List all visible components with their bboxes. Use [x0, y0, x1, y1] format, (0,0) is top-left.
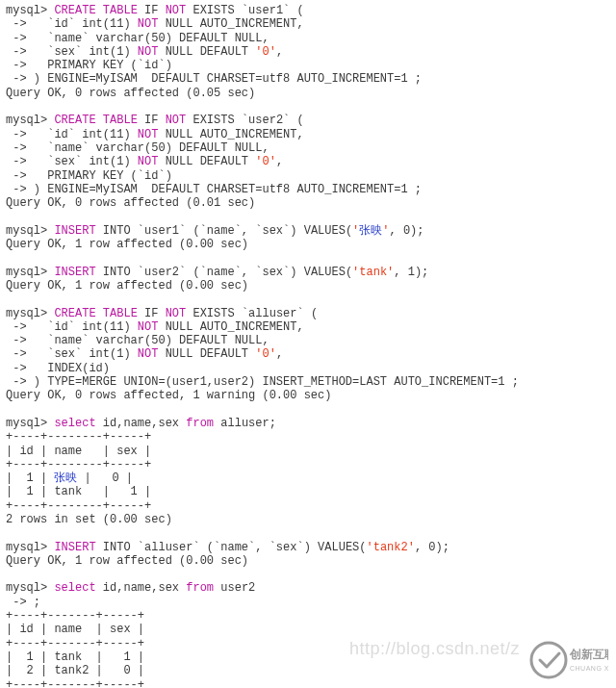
terminal-line: mysql> CREATE TABLE IF NOT EXISTS `user2… — [6, 114, 304, 127]
code-text: | 1 | — [6, 471, 54, 485]
code-text: IF — [138, 114, 166, 127]
code-text: , — [276, 155, 283, 168]
code-text: INTO `user1` (`name`, `sex`) VALUES( — [96, 224, 352, 238]
terminal-line: Query OK, 0 rows affected, 1 warning (0.… — [6, 389, 331, 402]
code-text: EXISTS `alluser` ( — [186, 307, 318, 320]
terminal-line: | id | name | sex | — [6, 445, 151, 458]
terminal-line: mysql> select id,name,sex from user2 — [6, 581, 255, 595]
terminal-line: Query OK, 1 row affected (0.00 sec) — [6, 554, 248, 568]
code-keyword-token: select — [54, 417, 95, 430]
code-text: -> `id` int(11) — [6, 17, 138, 31]
code-text: -> ) ENGINE=MyISAM DEFAULT CHARSET=utf8 … — [6, 72, 422, 86]
code-text: +----+--------+-----+ — [6, 499, 151, 513]
code-text: -> INDEX(id) — [6, 362, 110, 375]
code-keyword-token: NOT — [138, 17, 159, 31]
code-text: -> `sex` int(1) — [6, 45, 138, 59]
code-text: -> `name` varchar(50) DEFAULT NULL, — [6, 334, 270, 347]
code-text: IF — [138, 4, 166, 17]
code-text: alluser; — [214, 417, 276, 430]
code-text: +----+-------+-----+ — [6, 678, 144, 688]
terminal-line: -> `sex` int(1) NOT NULL DEFAULT '0', — [6, 155, 283, 168]
terminal-line: +----+-------+-----+ — [6, 678, 144, 688]
terminal-line: -> `id` int(11) NOT NULL AUTO_INCREMENT, — [6, 17, 304, 31]
terminal-line: +----+--------+-----+ — [6, 458, 151, 471]
code-text: Query OK, 0 rows affected, 1 warning (0.… — [6, 389, 331, 402]
terminal-line: mysql> INSERT INTO `alluser` (`name`, `s… — [6, 541, 449, 554]
code-text: Query OK, 1 row affected (0.00 sec) — [6, 279, 248, 293]
code-keyword-token: CREATE TABLE — [54, 4, 137, 17]
code-text: mysql> — [6, 266, 54, 279]
terminal-line: Query OK, 1 row affected (0.00 sec) — [6, 279, 248, 293]
code-text: id,name,sex — [96, 417, 187, 430]
code-text: -> `name` varchar(50) DEFAULT NULL, — [6, 141, 270, 155]
terminal-line: +----+--------+-----+ — [6, 499, 151, 513]
code-text: Query OK, 1 row affected (0.00 sec) — [6, 238, 248, 251]
terminal-line: -> PRIMARY KEY (`id`) — [6, 59, 172, 72]
code-text: NULL AUTO_INCREMENT, — [158, 320, 303, 334]
terminal-line: -> PRIMARY KEY (`id`) — [6, 169, 172, 183]
code-text: +----+-------+-----+ — [6, 637, 144, 650]
code-text: mysql> — [6, 417, 54, 430]
mysql-terminal-output: mysql> CREATE TABLE IF NOT EXISTS `user1… — [0, 0, 616, 688]
terminal-line: | 1 | tank | 1 | — [6, 650, 144, 664]
code-text: -> `sex` int(1) — [6, 155, 138, 168]
code-text: mysql> — [6, 307, 54, 320]
code-text: NULL AUTO_INCREMENT, — [158, 128, 303, 141]
code-text: +----+--------+-----+ — [6, 430, 151, 444]
terminal-line: mysql> INSERT INTO `user1` (`name`, `sex… — [6, 224, 424, 238]
terminal-line: | 1 | tank | 1 | — [6, 485, 151, 498]
code-text: EXISTS `user2` ( — [186, 114, 303, 127]
code-text: INTO `alluser` (`name`, `sex`) VALUES( — [96, 541, 367, 554]
terminal-line: -> `id` int(11) NOT NULL AUTO_INCREMENT, — [6, 128, 304, 141]
terminal-line: Query OK, 0 rows affected (0.05 sec) — [6, 87, 255, 100]
terminal-line: -> `name` varchar(50) DEFAULT NULL, — [6, 141, 270, 155]
code-str-token: 'tank2' — [367, 541, 415, 554]
terminal-line: | 2 | tank2 | 0 | — [6, 664, 144, 677]
code-keyword-token: INSERT — [54, 541, 95, 554]
code-text: -> ; — [6, 596, 40, 609]
code-str-token: ' — [382, 224, 389, 238]
code-text: , 0); — [390, 224, 424, 238]
code-text: NULL DEFAULT — [158, 45, 255, 59]
code-text: -> `sex` int(1) — [6, 347, 138, 361]
terminal-line: mysql> CREATE TABLE IF NOT EXISTS `user1… — [6, 4, 304, 17]
code-str-token: '0' — [255, 347, 276, 361]
code-keyword-token: INSERT — [54, 224, 95, 238]
code-text: , — [276, 347, 283, 361]
code-text: IF — [138, 307, 166, 320]
code-text: Query OK, 0 rows affected (0.05 sec) — [6, 87, 255, 100]
terminal-line: | 1 | 张映 | 0 | — [6, 471, 133, 485]
terminal-line: mysql> select id,name,sex from alluser; — [6, 417, 276, 430]
code-keyword-token: NOT — [138, 45, 159, 59]
terminal-line: -> `name` varchar(50) DEFAULT NULL, — [6, 32, 270, 45]
code-text: +----+--------+-----+ — [6, 458, 151, 471]
code-keyword-token: from — [186, 581, 214, 595]
code-text: +----+-------+-----+ — [6, 609, 144, 623]
code-text: , — [276, 45, 283, 59]
code-keyword-token: NOT — [138, 155, 159, 168]
code-text: | 2 | tank2 | 0 | — [6, 664, 144, 677]
code-text: Query OK, 0 rows affected (0.01 sec) — [6, 196, 255, 210]
code-cn-token: 张映 — [54, 471, 77, 485]
code-cn-token: 张映 — [359, 224, 382, 238]
code-text: NULL DEFAULT — [158, 155, 255, 168]
code-keyword-token: NOT — [138, 128, 159, 141]
terminal-line: +----+-------+-----+ — [6, 637, 144, 650]
code-text: user2 — [214, 581, 255, 595]
code-text: -> `name` varchar(50) DEFAULT NULL, — [6, 32, 270, 45]
code-keyword-token: NOT — [166, 307, 187, 320]
code-text: NULL DEFAULT — [158, 347, 255, 361]
code-text: -> `id` int(11) — [6, 128, 138, 141]
code-text: | 0 | — [77, 471, 133, 485]
code-text: NULL AUTO_INCREMENT, — [158, 17, 303, 31]
code-str-token: '0' — [255, 155, 276, 168]
code-text: -> PRIMARY KEY (`id`) — [6, 59, 172, 72]
code-text: | id | name | sex | — [6, 623, 144, 636]
code-text: mysql> — [6, 541, 54, 554]
code-str-token: 'tank' — [352, 266, 394, 279]
terminal-line: +----+-------+-----+ — [6, 609, 144, 623]
code-keyword-token: from — [186, 417, 214, 430]
terminal-line: -> `name` varchar(50) DEFAULT NULL, — [6, 334, 270, 347]
terminal-line: -> ) TYPE=MERGE UNION=(user1,user2) INSE… — [6, 375, 519, 389]
code-text: 2 rows in set (0.00 sec) — [6, 513, 172, 526]
